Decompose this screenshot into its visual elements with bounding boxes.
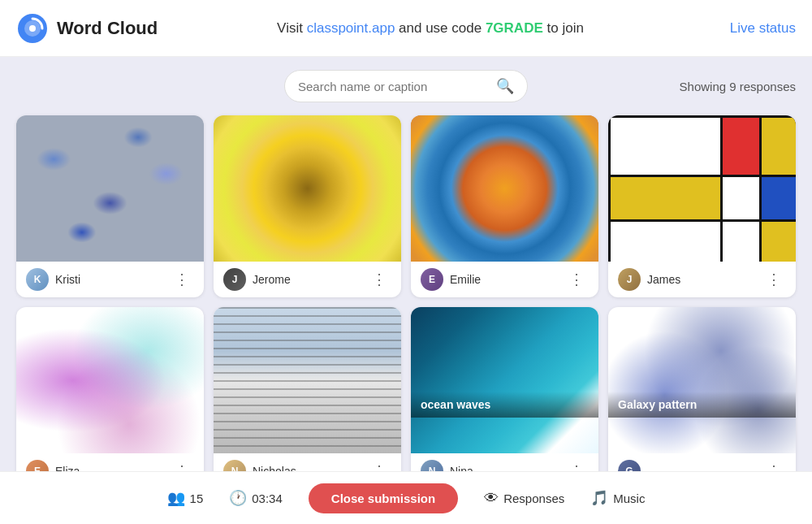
svg-point-2 <box>29 25 36 32</box>
card-eliza: E Eliza ⋮ <box>16 307 204 471</box>
avatar-letter-galaxy: G <box>618 460 641 471</box>
card-image-jerome <box>214 115 401 262</box>
card-user-nina: N Nina <box>421 460 473 471</box>
avatar-galaxy: G <box>618 460 641 471</box>
avatar-jerome: J <box>223 268 246 291</box>
card-image-emilie <box>411 115 598 262</box>
card-galaxy: Galaxy pattern G ⋮ <box>608 307 796 471</box>
more-button-nicholas[interactable]: ⋮ <box>367 461 391 471</box>
search-input[interactable] <box>298 80 490 93</box>
username-jerome: Jerome <box>253 273 291 286</box>
classpoint-logo-icon <box>16 12 49 45</box>
responses-item[interactable]: 👁 Responses <box>484 490 564 507</box>
avatar-letter-nina: N <box>421 460 443 471</box>
card-user-kristi: K Kristi <box>26 268 80 291</box>
site-url-link[interactable]: classpoint.app <box>307 20 395 36</box>
username-emilie: Emilie <box>450 273 481 286</box>
more-button-emilie[interactable]: ⋮ <box>564 269 589 290</box>
card-footer-jerome: J Jerome ⋮ <box>214 262 401 297</box>
mondrian-cell-7 <box>611 222 720 262</box>
avatar-kristi: K <box>26 268 49 291</box>
username-kristi: Kristi <box>55 273 80 286</box>
card-user-eliza: E Eliza <box>26 460 80 471</box>
username-james: James <box>647 273 680 286</box>
participant-count-item: 👥 15 <box>167 489 204 507</box>
avatar-nina: N <box>421 460 443 471</box>
card-nicholas: N Nicholas ⋮ <box>214 307 401 471</box>
responses-icon: 👁 <box>484 490 499 507</box>
music-label: Music <box>613 492 645 505</box>
username-nicholas: Nicholas <box>253 465 296 471</box>
use-code-text: and use code <box>399 20 482 36</box>
more-button-jerome[interactable]: ⋮ <box>367 269 391 290</box>
avatar-letter-emilie: E <box>421 268 443 291</box>
wave-lines-overlay <box>214 307 401 453</box>
timer-item: 🕐 03:34 <box>229 489 283 507</box>
card-user-james: J James <box>618 268 680 291</box>
music-item[interactable]: 🎵 Music <box>590 489 645 507</box>
visit-text: Visit <box>277 20 303 36</box>
timer-icon: 🕐 <box>229 489 247 507</box>
music-icon: 🎵 <box>590 489 608 507</box>
avatar-letter-james: J <box>618 268 641 291</box>
card-user-galaxy: G <box>618 460 647 471</box>
mondrian-cell-1 <box>611 118 720 175</box>
bottom-bar: 👥 15 🕐 03:34 Close submission 👁 Response… <box>0 471 812 524</box>
card-image-galaxy: Galaxy pattern <box>608 307 796 453</box>
search-row: 🔍 Showing 9 responses <box>16 70 796 102</box>
participants-icon: 👥 <box>167 489 185 507</box>
card-footer-emilie: E Emilie ⋮ <box>411 262 598 297</box>
card-image-kristi <box>16 115 204 262</box>
username-eliza: Eliza <box>55 465 80 471</box>
card-footer-james: J James ⋮ <box>608 262 796 297</box>
live-status-link[interactable]: Live status <box>698 20 796 37</box>
card-caption-galaxy: Galaxy pattern <box>608 392 796 418</box>
search-icon: 🔍 <box>496 77 514 95</box>
card-james: J James ⋮ <box>608 115 796 297</box>
card-caption-nina: ocean waves <box>411 392 598 418</box>
response-count: Showing 9 responses <box>680 80 796 93</box>
avatar-letter-eliza: E <box>26 460 49 471</box>
mondrian-cell-2 <box>723 118 759 175</box>
join-text: to join <box>547 20 584 36</box>
search-wrapper: 🔍 <box>276 70 536 102</box>
card-footer-nicholas: N Nicholas ⋮ <box>214 453 401 471</box>
card-footer-eliza: E Eliza ⋮ <box>16 453 204 471</box>
avatar-nicholas: N <box>223 460 246 471</box>
more-button-james[interactable]: ⋮ <box>762 269 786 290</box>
mondrian-cell-3 <box>762 118 796 175</box>
more-button-galaxy[interactable]: ⋮ <box>762 461 786 471</box>
avatar-letter-nicholas: N <box>223 460 246 471</box>
close-submission-button[interactable]: Close submission <box>309 483 458 513</box>
more-button-nina[interactable]: ⋮ <box>564 461 589 471</box>
more-button-eliza[interactable]: ⋮ <box>170 461 194 471</box>
card-footer-nina: N Nina ⋮ <box>411 453 598 471</box>
logo-area: Word Cloud <box>16 12 162 45</box>
mondrian-cell-8 <box>723 222 759 262</box>
mondrian-cell-9 <box>762 222 796 262</box>
avatar-emilie: E <box>421 268 443 291</box>
timer-display: 03:34 <box>252 492 283 505</box>
responses-label: Responses <box>503 492 564 505</box>
mondrian-cell-4 <box>611 177 720 219</box>
card-footer-kristi: K Kristi ⋮ <box>16 262 204 297</box>
header: Word Cloud Visit classpoint.app and use … <box>0 0 812 57</box>
participant-count: 15 <box>190 492 204 505</box>
card-user-jerome: J Jerome <box>223 268 291 291</box>
card-emilie: E Emilie ⋮ <box>411 115 598 297</box>
more-button-kristi[interactable]: ⋮ <box>170 269 194 290</box>
join-code: 7GRADE <box>486 20 543 36</box>
card-image-james <box>608 115 796 262</box>
card-user-nicholas: N Nicholas <box>223 460 296 471</box>
avatar-letter-kristi: K <box>26 268 49 291</box>
mondrian-cell-6 <box>762 177 796 219</box>
app-title: Word Cloud <box>57 18 158 39</box>
search-container: 🔍 <box>284 70 528 102</box>
avatar-james: J <box>618 268 641 291</box>
card-jerome: J Jerome ⋮ <box>214 115 401 297</box>
header-announcement: Visit classpoint.app and use code 7GRADE… <box>162 20 698 37</box>
card-image-nicholas <box>214 307 401 453</box>
card-nina: ocean waves N Nina ⋮ <box>411 307 598 471</box>
card-image-nina: ocean waves <box>411 307 598 453</box>
card-kristi: K Kristi ⋮ <box>16 115 204 297</box>
